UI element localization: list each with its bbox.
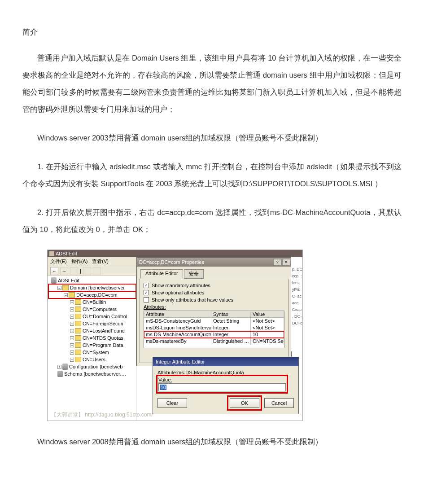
tree-label: Schema [benetwebserver.… — [64, 371, 126, 377]
tree-schema[interactable]: Schema [benetwebserver.… — [48, 370, 136, 377]
container-icon — [62, 364, 68, 370]
tree-label: CN=System — [83, 350, 109, 355]
checkbox-hasvalues[interactable]: Show only attributes that have values — [144, 297, 284, 302]
right-list-clipped: p, DC= ccp, : lers, yPri: C=ac acc; C=ac… — [291, 257, 302, 351]
heading-2008: Windows server 2008禁用普通 domain users组的加域… — [22, 434, 402, 451]
clear-button[interactable]: Clear — [157, 398, 187, 408]
integer-editor-body: Attribute:ms-DS-MachineAccountQuota Valu… — [153, 366, 298, 414]
tree-item[interactable]: +OU=Domain Control — [48, 313, 136, 320]
intro-paragraph: 普通用户加入域后默认是在 Domain Users 组里，该组中用户具有将 10… — [22, 50, 402, 118]
col-attribute[interactable]: Attribute — [144, 311, 211, 317]
checkbox-icon: ✓ — [144, 290, 149, 295]
list-item: DC=c — [291, 321, 302, 328]
cell: Distinguished … — [211, 338, 251, 345]
collapse-icon[interactable]: – — [64, 293, 68, 297]
expand-icon[interactable]: + — [70, 343, 74, 347]
dialog-layer: DC=accp,DC=com Properties ? ✕ Attribute … — [136, 276, 302, 421]
tree-label: CN=LostAndFound — [83, 328, 125, 333]
step-2: 2. 打开后依次展开图中指示，右击 dc=accp,dc=com 选择属性，找到… — [22, 204, 402, 238]
expand-icon[interactable]: + — [70, 300, 74, 304]
tree-item[interactable]: +CN=Users — [48, 356, 136, 363]
cell: msDS-LogonTimeSyncInterval — [144, 324, 211, 331]
adsi-icon — [51, 277, 57, 284]
tab-attribute-editor[interactable]: Attribute Editor — [140, 269, 183, 279]
step-1: 1. 在开始运行中输入 adsiedit.msc 或者输入 mmc 打开控制台，… — [22, 158, 402, 193]
arrow-right-icon: → — [62, 268, 67, 274]
section-title: 简介 — [22, 27, 402, 37]
table-row[interactable]: msDS-LogonTimeSyncIntervalInteger<Not Se… — [144, 324, 284, 331]
folder-icon — [75, 321, 81, 326]
adsi-edit-screenshot: ADSI Edit 文件(E) 操作(A) 查看(V) ← → | ADSI E… — [47, 250, 303, 421]
toolbar-sep: | — [80, 268, 81, 274]
tree-item[interactable]: +CN=NTDS Quotas — [48, 334, 136, 342]
attribute-line: Attribute:ms-DS-MachineAccountQuota — [157, 370, 294, 375]
tab-security[interactable]: 安全 — [184, 269, 204, 279]
table-row-highlighted[interactable]: ms-DS-MachineAccountQuotaInteger10 — [144, 331, 284, 338]
expand-icon[interactable]: + — [70, 322, 74, 326]
checkbox-mandatory[interactable]: ✓Show mandatory attributes — [144, 283, 284, 288]
folder-icon — [75, 314, 81, 319]
main-area: ADSI Edit – Domain [benetwebserver – DC=… — [48, 276, 302, 421]
table-row[interactable]: msDs-masteredByDistinguished …CN=NTDS Se… — [144, 338, 284, 345]
collapse-icon[interactable]: – — [57, 286, 61, 290]
checkbox-optional[interactable]: ✓Show optional attributes — [144, 290, 284, 295]
toolbar-button[interactable] — [93, 267, 101, 275]
tree-item[interactable]: +CN=System — [48, 349, 136, 356]
folder-icon — [75, 335, 81, 341]
col-syntax[interactable]: Syntax — [211, 311, 251, 317]
value-text: 10 — [160, 385, 166, 390]
nav-back-button[interactable]: ← — [50, 267, 58, 275]
list-item: C=ac — [291, 294, 302, 301]
ok-button[interactable]: OK — [230, 398, 259, 408]
tree-pane: ADSI Edit – Domain [benetwebserver – DC=… — [48, 276, 136, 421]
expand-icon[interactable]: + — [70, 307, 74, 311]
cancel-button[interactable]: Cancel — [264, 398, 294, 408]
folder-icon — [62, 285, 69, 290]
col-value[interactable]: Value — [251, 311, 284, 317]
table-row[interactable]: mS-DS-ConsistencyGuidOctet String<Not Se… — [144, 318, 284, 324]
expand-icon[interactable]: + — [70, 351, 74, 355]
folder-icon — [75, 342, 81, 348]
menu-view[interactable]: 查看(V) — [92, 258, 109, 265]
expand-icon[interactable]: + — [57, 365, 61, 369]
toolbar-button[interactable] — [83, 267, 91, 275]
cell: Integer — [211, 331, 251, 338]
close-button[interactable]: ✕ — [282, 259, 290, 266]
cell: msDs-masteredBy — [144, 338, 211, 345]
tree-label: Domain [benetwebserver — [70, 285, 125, 290]
toolbar-button[interactable] — [70, 267, 78, 275]
expand-icon[interactable]: + — [70, 315, 74, 319]
tree-item[interactable]: +CN=ForeignSecuri — [48, 320, 136, 327]
tree-item[interactable]: +CN=Builtin — [48, 298, 136, 306]
tree-item[interactable]: +CN=Program Data — [48, 342, 136, 349]
cell: ms-DS-MachineAccountQuota — [144, 331, 211, 338]
tree-root[interactable]: ADSI Edit — [48, 277, 136, 284]
properties-titlebar: DC=accp,DC=com Properties ? ✕ — [137, 258, 291, 267]
integer-editor-dialog: Integer Attribute Editor Attribute:ms-DS… — [153, 357, 299, 414]
list-item: C=ac — [291, 307, 302, 314]
tree-domain[interactable]: – Domain [benetwebserver — [48, 284, 136, 291]
expand-icon[interactable]: + — [70, 329, 74, 333]
value-input[interactable]: 10 — [158, 383, 286, 391]
list-item: acc; — [291, 301, 302, 307]
tree-config[interactable]: +Configuration [benetweb — [48, 363, 136, 370]
integer-editor-title: Integer Attribute Editor — [153, 357, 298, 366]
expand-icon[interactable]: + — [70, 358, 74, 362]
tree-dc[interactable]: – DC=accp,DC=com — [48, 291, 136, 298]
window-icon — [49, 251, 54, 256]
tree-label: CN=Computers — [83, 307, 117, 312]
cell: 10 — [251, 331, 284, 338]
menu-action[interactable]: 操作(A) — [71, 258, 88, 265]
menu-file[interactable]: 文件(E) — [50, 258, 67, 265]
cell: mS-DS-ConsistencyGuid — [144, 318, 211, 324]
window-title: ADSI Edit — [56, 251, 77, 256]
cell: <Not Set> — [251, 318, 284, 324]
cell: Octet String — [211, 318, 251, 324]
tree-item[interactable]: +CN=Computers — [48, 306, 136, 313]
expand-icon[interactable]: + — [70, 336, 74, 340]
cell: Integer — [211, 324, 251, 331]
help-button[interactable]: ? — [273, 259, 281, 266]
tree-item[interactable]: +CN=LostAndFound — [48, 327, 136, 334]
nav-forward-button[interactable]: → — [60, 267, 68, 275]
properties-dialog: DC=accp,DC=com Properties ? ✕ Attribute … — [136, 257, 292, 366]
